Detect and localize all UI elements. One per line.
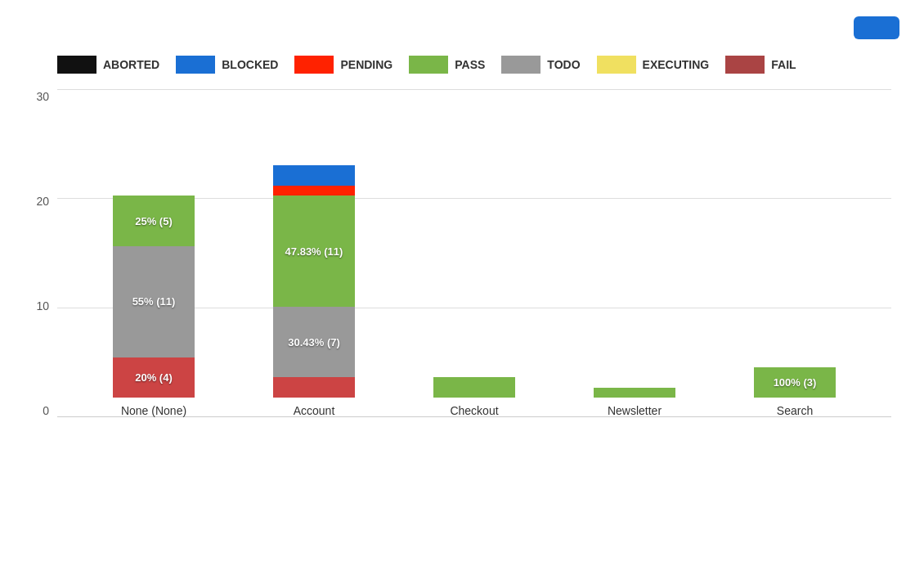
legend-item-pending: PENDING [294,56,392,74]
bar-segment-1-3 [273,186,355,196]
x-axis-label: Search [777,404,813,417]
bar-segment-label: 30.43% (7) [288,336,340,348]
bars-row: 20% (4)55% (11)25% (5)None (None)30.43% … [57,90,891,417]
chart-area: 0102030 20% (4)55% (11)25% (5)None (None… [57,90,891,442]
bar-segment-1-0 [273,377,355,398]
bar-segment-0-0: 20% (4) [113,357,195,398]
legend-label-executing: EXECUTING [643,58,710,71]
legend-item-blocked: BLOCKED [176,56,278,74]
bar-segment-0-1: 55% (11) [113,246,195,357]
legend-color-todo [501,56,540,74]
legend-label-fail: FAIL [771,58,796,71]
bar-group-1: 30.43% (7)47.83% (11)Account [265,165,363,417]
bar-group-0: 20% (4)55% (11)25% (5)None (None) [105,196,203,417]
bar-group-2: Checkout [425,377,523,417]
header-row [16,16,899,39]
legend-color-pass [409,56,448,74]
show-as-table-button[interactable] [854,16,899,39]
legend-color-blocked [176,56,215,74]
legend-color-aborted [57,56,96,74]
bar-stack-1: 30.43% (7)47.83% (11) [273,165,355,398]
legend-item-aborted: ABORTED [57,56,159,74]
bar-stack-4: 100% (3) [754,367,836,398]
chart-legend: ABORTEDBLOCKEDPENDINGPASSTODOEXECUTINGFA… [16,56,899,74]
legend-color-pending [294,56,334,74]
bar-segment-label: 25% (5) [135,215,173,227]
legend-label-blocked: BLOCKED [222,58,278,71]
legend-item-todo: TODO [501,56,580,74]
bar-segment-0-2: 25% (5) [113,196,195,246]
bar-segment-1-2: 47.83% (11) [273,196,355,307]
bar-segment-4-0: 100% (3) [754,367,836,398]
y-label: 30 [20,90,49,103]
y-label: 0 [20,404,49,417]
bar-stack-2 [433,377,515,398]
y-label: 10 [20,299,49,312]
legend-label-todo: TODO [547,58,580,71]
legend-item-pass: PASS [409,56,485,74]
x-axis-label: Account [294,404,335,417]
x-axis-label: Checkout [450,404,498,417]
bar-stack-3 [594,388,675,398]
bar-segment-label: 55% (11) [132,295,176,308]
legend-label-aborted: ABORTED [103,58,159,71]
bar-segment-label: 47.83% (11) [285,245,343,258]
bar-group-4: 100% (3)Search [746,367,844,417]
bar-segment-1-1: 30.43% (7) [273,307,355,377]
bar-segment-2-0 [433,377,515,398]
main-container: ABORTEDBLOCKEDPENDINGPASSTODOEXECUTINGFA… [0,0,924,571]
y-axis: 0102030 [20,90,49,417]
legend-label-pass: PASS [455,58,485,71]
legend-item-executing: EXECUTING [597,56,710,74]
legend-color-executing [597,56,636,74]
bar-segment-label: 100% (3) [774,376,817,389]
bar-segment-1-4 [273,165,355,186]
x-axis-label: None (None) [121,404,186,417]
legend-label-pending: PENDING [340,58,392,71]
x-axis-label: Newsletter [608,404,662,417]
legend-color-fail [725,56,765,74]
bar-stack-0: 20% (4)55% (11)25% (5) [113,196,195,398]
y-label: 20 [20,195,49,208]
bar-segment-label: 20% (4) [135,371,173,384]
bar-segment-3-0 [594,388,675,398]
bar-group-3: Newsletter [585,388,684,417]
legend-item-fail: FAIL [725,56,796,74]
